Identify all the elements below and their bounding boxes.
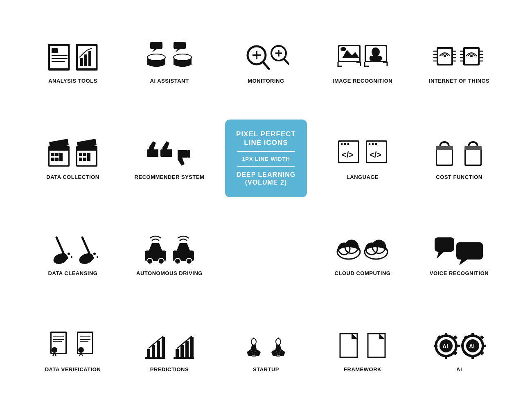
item-spacer (225, 226, 307, 283)
svg-rect-158 (176, 349, 179, 357)
svg-rect-10 (88, 51, 91, 66)
svg-rect-155 (157, 341, 160, 357)
label-autonomous-driving: AUTONOMOUS DRIVING (136, 270, 203, 276)
svg-rect-182 (471, 356, 474, 359)
svg-point-37 (372, 47, 380, 56)
item-monitoring: MONITORING (225, 34, 307, 91)
icon-internet-of-things (433, 41, 486, 74)
label-analysis-tools: ANALYSIS TOOLS (48, 78, 97, 84)
label-ai: AI (456, 366, 462, 372)
label-ai-assistant: AI ASSISTANT (150, 78, 189, 84)
svg-point-165 (276, 355, 280, 357)
svg-line-30 (284, 59, 289, 64)
svg-marker-14 (175, 49, 180, 52)
svg-rect-13 (174, 42, 186, 49)
row-1: ANALYSIS TOOLS (25, 14, 507, 111)
label-data-verification: DATA VERIFICATION (45, 366, 101, 372)
svg-rect-101 (464, 146, 482, 150)
svg-marker-12 (152, 49, 157, 52)
svg-rect-9 (84, 54, 87, 66)
svg-point-111 (92, 257, 94, 259)
svg-point-162 (251, 339, 256, 345)
svg-point-164 (276, 339, 281, 345)
label-cloud-computing: CLOUD COMPUTING (335, 270, 391, 276)
svg-rect-74 (83, 153, 86, 156)
svg-point-93 (372, 143, 374, 145)
label-recommender-system: RECOMMENDER SYSTEM (135, 174, 205, 180)
svg-text:</>: </> (370, 150, 381, 159)
item-data-verification: DATA VERIFICATION (32, 322, 114, 379)
item-startup: STARTUP (225, 322, 307, 379)
label-startup: STARTUP (253, 366, 279, 372)
svg-rect-181 (471, 333, 474, 336)
item-data-cleansing: DATA CLEANSING (32, 226, 114, 283)
label-image-recognition: IMAGE RECOGNITION (333, 78, 392, 84)
svg-point-117 (186, 258, 192, 264)
svg-point-22 (174, 54, 192, 61)
svg-point-149 (78, 347, 84, 353)
icon-data-verification (46, 329, 99, 362)
icon-recommender-system (143, 137, 196, 170)
svg-point-106 (67, 257, 68, 259)
icon-cost-function (433, 137, 486, 170)
svg-rect-159 (180, 345, 184, 357)
svg-rect-77 (83, 158, 86, 161)
icon-language: </> </> (336, 137, 389, 170)
svg-rect-152 (145, 357, 165, 359)
svg-rect-82 (160, 149, 164, 157)
icon-predictions (143, 329, 196, 362)
svg-point-163 (252, 355, 256, 357)
svg-point-114 (158, 258, 164, 264)
svg-rect-68 (59, 156, 63, 161)
card-divider2 (237, 166, 295, 167)
svg-rect-75 (87, 153, 90, 156)
card-divider1 (237, 151, 295, 152)
center-promo-card: PIXEL PERFECTLINE ICONS 1PX LINE WIDTH D… (225, 120, 307, 197)
svg-rect-172 (457, 345, 460, 347)
svg-point-113 (147, 258, 153, 264)
svg-rect-154 (152, 345, 155, 357)
svg-point-116 (175, 258, 180, 264)
svg-marker-133 (437, 252, 444, 259)
svg-rect-67 (55, 158, 59, 161)
item-ai: AI AI AI (418, 322, 500, 379)
svg-point-141 (52, 347, 57, 353)
label-data-cleansing: DATA CLEANSING (48, 270, 98, 276)
icon-voice-recognition (433, 233, 486, 266)
label-language: LANGUAGE (347, 174, 379, 180)
svg-text:AI: AI (442, 343, 448, 350)
svg-rect-183 (461, 345, 464, 347)
card-title2: DEEP LEARNING(VOLUME 2) (237, 171, 295, 186)
icon-data-cleansing (46, 233, 99, 266)
svg-line-107 (82, 237, 90, 256)
svg-point-87 (344, 143, 346, 145)
row-3: DATA CLEANSING (25, 207, 507, 303)
svg-rect-156 (162, 337, 165, 357)
icon-data-collection (46, 137, 99, 170)
svg-marker-135 (459, 260, 467, 265)
svg-rect-160 (185, 341, 189, 357)
svg-rect-170 (445, 356, 447, 359)
svg-point-92 (369, 143, 371, 145)
svg-point-109 (93, 253, 96, 255)
row-2: DATA COLLECTION RECOMMENDER SYSTEM (25, 111, 507, 207)
item-recommender-system: RECOMMENDER SYSTEM (128, 130, 210, 187)
main-container: ANALYSIS TOOLS (16, 10, 516, 403)
icon-ai-assistant (143, 41, 196, 74)
svg-rect-153 (147, 349, 150, 357)
svg-point-49 (444, 55, 446, 57)
svg-point-60 (470, 55, 473, 57)
svg-rect-161 (190, 337, 194, 357)
item-data-collection: DATA COLLECTION (32, 130, 114, 187)
svg-rect-81 (147, 149, 150, 157)
svg-rect-76 (79, 158, 82, 161)
svg-line-102 (56, 237, 65, 256)
svg-rect-134 (456, 242, 483, 260)
label-data-collection: DATA COLLECTION (46, 174, 99, 180)
item-predictions: PREDICTIONS (128, 322, 210, 379)
svg-point-94 (375, 143, 377, 145)
svg-point-34 (340, 47, 346, 51)
icon-image-recognition (336, 41, 389, 74)
svg-point-18 (147, 54, 165, 61)
card-title1: PIXEL PERFECTLINE ICONS (236, 130, 296, 147)
